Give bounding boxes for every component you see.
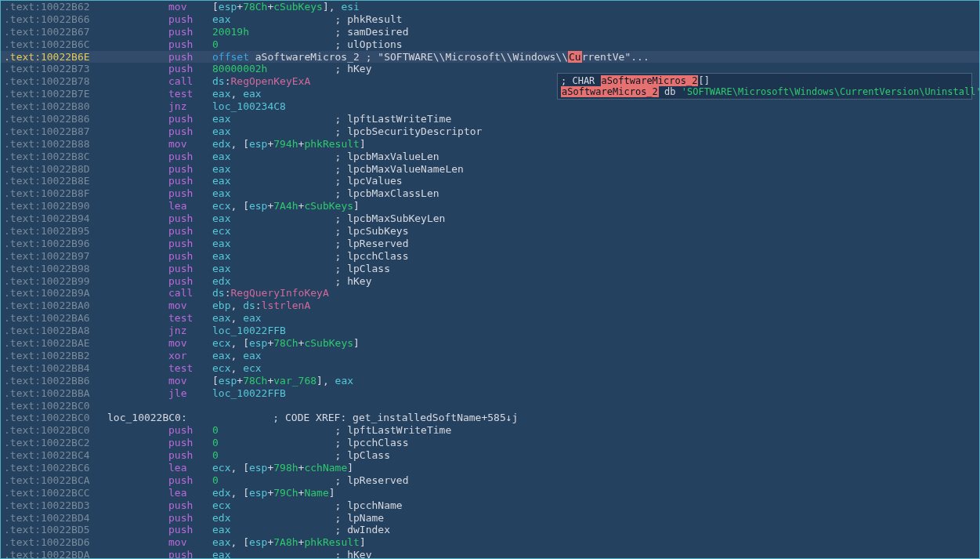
asm-line[interactable]: .text:10022BD4pushedx ; lpName [1,512,979,525]
operand: eax [212,549,230,559]
comment: ; lpcValues [335,175,403,187]
mnemonic: push [168,474,212,487]
asm-line[interactable]: .text:10022BD5pusheax ; dwIndex [1,524,979,536]
operand: esp [249,138,267,151]
operand: esp [249,462,267,474]
asm-line[interactable]: .text:10022B95pushecx ; lpcSubKeys [1,225,979,238]
asm-line[interactable]: .text:10022BC0push0 ; lpftLastWriteTime [1,424,979,437]
asm-line[interactable]: .text:10022B8Cpusheax ; lpcbMaxValueLen [1,151,979,163]
operand: cSubKeys [304,200,353,212]
operand: eax [243,312,261,325]
asm-line[interactable]: .text:10022B8Fpusheax ; lpcbMaxClassLen [1,187,979,200]
operand: [ [212,1,219,13]
comment: ; lpcbMaxSubKeyLen [335,212,446,225]
address: .text:10022B99 [4,275,168,288]
operand: phkResult [304,138,359,151]
asm-line[interactable]: .text:10022BC2push0 ; lpcchClass [1,437,979,449]
operand: loc_100234C8 [212,100,286,113]
operand: ds [212,287,225,299]
operand: eax [212,187,230,200]
asm-line[interactable]: .text:10022B6Cpush0 ; ulOptions [1,38,979,51]
asm-line[interactable]: .text:10022BD3pushecx ; lpcchName [1,499,979,512]
operand: + [298,462,305,474]
asm-line[interactable]: .text:10022BA0movebp, ds:lstrlenA [1,299,979,312]
asm-line[interactable]: .text:10022B6Epushoffset aSoftwareMicros… [1,51,979,64]
asm-line[interactable]: .text:10022B86pusheax ; lpftLastWriteTim… [1,113,979,125]
asm-line[interactable]: .text:10022BB2xoreax, eax [1,350,979,362]
asm-line[interactable]: .text:10022BA8jnzloc_10022FFB [1,325,979,337]
asm-line[interactable]: .text:10022BCCleaedx, [esp+79Ch+Name] [1,487,979,499]
asm-line[interactable]: .text:10022B8Epusheax ; lpcValues [1,175,979,187]
mnemonic: mov [168,536,212,549]
asm-line[interactable]: .text:10022BC0loc_10022BC0: ; CODE XREF:… [1,412,979,424]
asm-line[interactable]: .text:10022B94pusheax ; lpcbMaxSubKeyLen [1,212,979,225]
operand: + [267,375,273,387]
asm-line[interactable]: .text:10022BB6mov[esp+78Ch+var_768], eax [1,375,979,387]
asm-line[interactable]: .text:10022BDApusheax ; hKey [1,549,979,559]
asm-line[interactable]: .text:10022B97pusheax ; lpcchClass [1,250,979,263]
operand: , [ [230,462,248,474]
operand: ecx [212,200,230,212]
mnemonic: push [168,26,212,38]
comment: ; lpClass [335,263,390,275]
asm-line[interactable]: .text:10022B9Acallds:RegQueryInfoKeyA [1,287,979,299]
asm-line[interactable]: .text:10022B99pushedx ; hKey [1,275,979,288]
comment: ; hKey [335,63,372,75]
operand: + [267,536,273,549]
address: .text:10022B67 [4,26,168,38]
mnemonic: push [168,250,212,263]
asm-line[interactable]: .text:10022BAEmovecx, [esp+78Ch+cSubKeys… [1,337,979,350]
asm-line[interactable]: .text:10022BC6leaecx, [esp+798h+cchName] [1,462,979,474]
operand: ], [316,375,335,387]
address: .text:10022BA8 [4,325,168,337]
asm-line[interactable]: .text:10022BCApush0 ; lpReserved [1,474,979,487]
comment: ; ulOptions [335,38,403,51]
asm-line[interactable]: .text:10022BC4push0 ; lpClass [1,449,979,462]
mnemonic: jnz [168,325,212,337]
mnemonic: push [168,225,212,238]
operand: 0 [212,474,219,487]
asm-line[interactable]: .text:10022B98pusheax ; lpClass [1,263,979,275]
operand: eax [212,113,230,125]
asm-line[interactable]: .text:10022BD6moveax, [esp+7A8h+phkResul… [1,536,979,549]
asm-line[interactable]: .text:10022B67push20019h ; samDesired [1,26,979,38]
operand: eax [212,212,230,225]
comment: ; lpftLastWriteTime [335,424,452,437]
comment: ; lpcchClass [335,250,409,263]
operand: ecx [212,462,230,474]
asm-line[interactable]: .text:10022BBAjleloc_10022FFB [1,387,979,400]
mnemonic: jnz [168,100,212,113]
asm-line[interactable]: .text:10022B88movedx, [esp+794h+phkResul… [1,138,979,151]
asm-line[interactable]: .text:10022B80jnzloc_100234C8 [1,100,979,113]
address: .text:10022BAE [4,337,168,350]
asm-line[interactable]: .text:10022B66pusheax ; phkResult [1,13,979,26]
address: .text:10022BBA [4,387,168,400]
address: .text:10022B80 [4,100,168,113]
operand: RegOpenKeyExA [230,75,310,88]
operand: edx [212,138,230,151]
mnemonic: xor [168,350,212,362]
asm-line[interactable]: .text:10022B62mov[esp+78Ch+cSubKeys], es… [1,1,979,13]
operand: , [ [230,138,248,151]
mnemonic: call [168,75,212,88]
operand: : [255,299,262,312]
asm-line[interactable]: .text:10022BA6testeax, eax [1,312,979,325]
mnemonic: lea [168,200,212,212]
asm-line[interactable]: .text:10022B87pusheax ; lpcbSecurityDesc… [1,125,979,138]
operand: 79Ch [273,487,298,499]
address: .text:10022BB4 [4,362,168,375]
asm-line[interactable]: .text:10022B8Dpusheax ; lpcbMaxValueName… [1,163,979,176]
address: .text:10022B8C [4,151,168,163]
operand: + [298,337,305,350]
asm-line[interactable]: .text:10022BB4testecx, ecx [1,362,979,375]
address: .text:10022B73 [4,63,168,75]
asm-line[interactable]: .text:10022BC0 [1,400,979,412]
mnemonic: push [168,212,212,225]
mnemonic [168,400,212,412]
asm-line[interactable]: .text:10022B96pusheax ; lpReserved [1,238,979,250]
operand: ecx [212,225,230,238]
address: .text:10022B78 [4,75,168,88]
operand: , [ [230,536,248,549]
asm-line[interactable]: .text:10022B90leaecx, [esp+7A4h+cSubKeys… [1,200,979,212]
address: .text:10022BCA [4,474,168,487]
